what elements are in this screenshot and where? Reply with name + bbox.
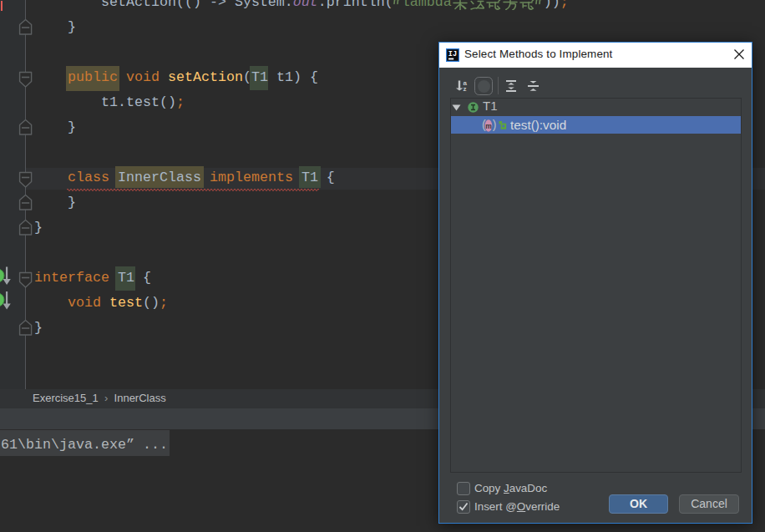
svg-text:z: z — [464, 85, 467, 92]
svg-text:IJ: IJ — [448, 50, 457, 58]
